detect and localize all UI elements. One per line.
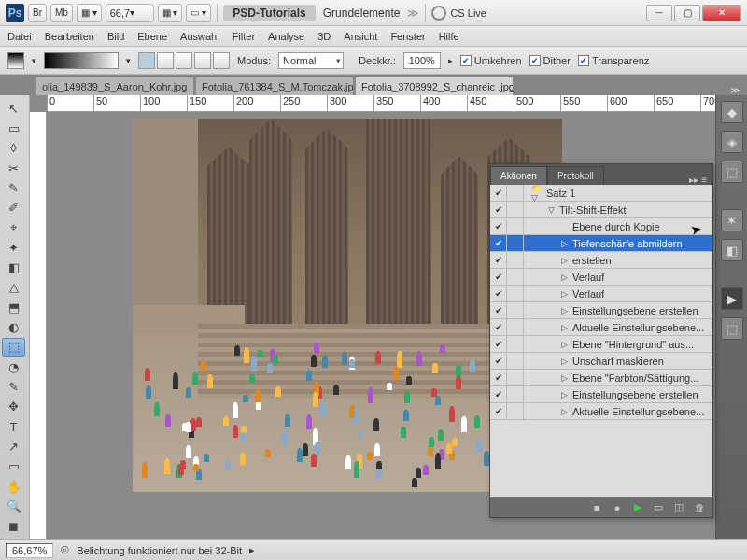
arrange-button[interactable]: ▦ ▾: [158, 4, 183, 22]
close-button[interactable]: ✕: [702, 5, 741, 21]
dialog-toggle-icon[interactable]: [507, 235, 524, 251]
tool-12[interactable]: ⬚: [2, 338, 25, 357]
dialog-toggle-icon[interactable]: [507, 202, 524, 217]
delete-button[interactable]: 🗑: [690, 500, 709, 515]
new-action-button[interactable]: ◫: [669, 500, 688, 515]
zoom-combo[interactable]: 66,7 ▾: [106, 4, 154, 22]
disclosure-icon[interactable]: ▷: [557, 340, 571, 349]
dialog-toggle-icon[interactable]: [507, 269, 524, 285]
opacity-field[interactable]: 100%: [403, 52, 441, 69]
menu-bearbeiten[interactable]: Bearbeiten: [45, 31, 94, 42]
tool-4[interactable]: ✎: [2, 178, 25, 197]
action-row[interactable]: ✔▷Einstellungsebene erstellen: [490, 386, 712, 403]
disclosure-icon[interactable]: ▷: [557, 289, 571, 299]
menu-filter[interactable]: Filter: [233, 31, 255, 42]
umkehren-checkbox[interactable]: ✔Umkehren: [460, 55, 522, 66]
dialog-toggle-icon[interactable]: [507, 252, 524, 268]
disclosure-icon[interactable]: ▷: [557, 390, 571, 399]
toggle-check-icon[interactable]: ✔: [490, 386, 507, 402]
tab-protokoll[interactable]: Protokoll: [547, 166, 604, 185]
tool-10[interactable]: ⬒: [2, 298, 25, 316]
disclosure-icon[interactable]: ▷: [557, 256, 571, 265]
disclosure-icon[interactable]: ▷: [557, 323, 571, 332]
zoom-status[interactable]: 66,67%: [6, 543, 53, 558]
tool-0[interactable]: ↖: [2, 99, 25, 118]
action-row[interactable]: ✔▷Ebene "Hintergrund" aus...: [490, 336, 712, 353]
menu-ebene[interactable]: Ebene: [137, 31, 167, 42]
action-row[interactable]: ✔▷Verlauf: [490, 286, 712, 302]
new-set-button[interactable]: ▭: [649, 500, 668, 515]
disclosure-icon[interactable]: 📁▽: [531, 185, 544, 203]
minimize-button[interactable]: ─: [646, 5, 672, 21]
document-tab[interactable]: olia_149839_S_Aaron_Kohr.jpg×: [35, 77, 194, 95]
play-button[interactable]: ▶: [628, 500, 647, 515]
dialog-toggle-icon[interactable]: [507, 319, 524, 335]
cs-live-button[interactable]: CS Live: [431, 6, 486, 21]
action-row[interactable]: ✔▽Tilt-Shift-Effekt: [490, 202, 712, 218]
action-row[interactable]: ✔▷Tiefenschärfe abmildern: [490, 235, 712, 252]
tool-3[interactable]: ✂: [2, 159, 25, 177]
dialog-toggle-icon[interactable]: [507, 370, 524, 385]
toggle-check-icon[interactable]: ✔: [490, 286, 507, 301]
tool-11[interactable]: ◐: [2, 317, 25, 336]
tab-aktionen[interactable]: Aktionen: [490, 166, 547, 185]
dock-icon-5[interactable]: ◧: [721, 239, 743, 261]
dock-icon-8[interactable]: ⬚: [721, 317, 743, 340]
dialog-toggle-icon[interactable]: [507, 336, 524, 352]
dock-icon-0[interactable]: ◆: [721, 101, 743, 123]
tab-close-icon[interactable]: ×: [192, 81, 194, 91]
toggle-check-icon[interactable]: ✔: [490, 218, 507, 234]
toggle-check-icon[interactable]: ✔: [490, 353, 507, 369]
tool-16[interactable]: T: [2, 417, 25, 436]
toggle-check-icon[interactable]: ✔: [490, 336, 507, 352]
toggle-check-icon[interactable]: ✔: [490, 269, 507, 285]
toggle-check-icon[interactable]: ✔: [490, 235, 507, 251]
action-row[interactable]: ✔▷erstellen: [490, 252, 712, 269]
extras-button[interactable]: ▭ ▾: [186, 4, 211, 22]
status-arrow-icon[interactable]: ▸: [249, 544, 255, 556]
disclosure-icon[interactable]: ▷: [557, 407, 571, 416]
menu-fenster[interactable]: Fenster: [390, 31, 425, 42]
gradient-type-segments[interactable]: [138, 52, 230, 69]
toggle-check-icon[interactable]: ✔: [490, 302, 507, 318]
tool-preset-button[interactable]: [7, 52, 24, 69]
action-row[interactable]: ✔Ebene durch Kopie: [490, 218, 712, 235]
toggle-check-icon[interactable]: ✔: [490, 370, 507, 385]
document-tab[interactable]: Fotolia_3708992_S_chanreic .jpg bei 66,7…: [355, 77, 514, 95]
menu-datei[interactable]: Datei: [7, 31, 32, 42]
more-icon[interactable]: ≫: [407, 7, 419, 20]
transparenz-checkbox[interactable]: ✔Transparenz: [578, 55, 649, 66]
menu-hilfe[interactable]: Hilfe: [439, 31, 459, 42]
disclosure-icon[interactable]: ▷: [557, 306, 571, 315]
tool-20[interactable]: 🔍: [2, 497, 25, 515]
tool-15[interactable]: ✥: [2, 398, 25, 416]
status-chevron-icon[interactable]: ⦾: [61, 544, 69, 556]
tab-overflow-icon[interactable]: ≫: [723, 85, 747, 95]
tool-2[interactable]: ◊: [2, 139, 25, 158]
actions-list[interactable]: ✔📁▽Satz 1✔▽Tilt-Shift-Effekt✔Ebene durch…: [490, 185, 712, 497]
toggle-check-icon[interactable]: ✔: [490, 403, 507, 419]
stop-button[interactable]: ■: [587, 500, 606, 515]
disclosure-icon[interactable]: ▷: [557, 357, 571, 366]
record-button[interactable]: ●: [608, 500, 627, 515]
tool-5[interactable]: ✐: [2, 199, 25, 217]
tool-18[interactable]: ▭: [2, 457, 25, 476]
action-row[interactable]: ✔▷Aktuelle Einstellungsebene...: [490, 319, 712, 336]
dialog-toggle-icon[interactable]: [507, 218, 524, 234]
menu-analyse[interactable]: Analyse: [268, 31, 304, 42]
action-row[interactable]: ✔▷Ebene "Farbton/Sättigung...: [490, 370, 712, 386]
toggle-check-icon[interactable]: ✔: [490, 319, 507, 335]
disclosure-icon[interactable]: ▷: [557, 373, 571, 383]
action-row[interactable]: ✔▷Unscharf maskieren: [490, 353, 712, 370]
action-row[interactable]: ✔▷Einstellungsebene erstellen: [490, 302, 712, 319]
menu-ansicht[interactable]: Ansicht: [344, 31, 377, 42]
document-tab[interactable]: Fotolia_761384_S_M.Tomczak.jpg×: [195, 77, 354, 95]
dialog-toggle-icon[interactable]: [507, 386, 524, 402]
toggle-check-icon[interactable]: ✔: [490, 185, 507, 201]
maximize-button[interactable]: ▢: [674, 5, 700, 21]
disclosure-icon[interactable]: ▽: [544, 205, 557, 215]
tool-7[interactable]: ✦: [2, 238, 25, 257]
panel-menu-icon[interactable]: ▸▸ ≡: [684, 175, 712, 185]
tool-13[interactable]: ◔: [2, 357, 25, 376]
gradient-preview[interactable]: [44, 52, 119, 69]
